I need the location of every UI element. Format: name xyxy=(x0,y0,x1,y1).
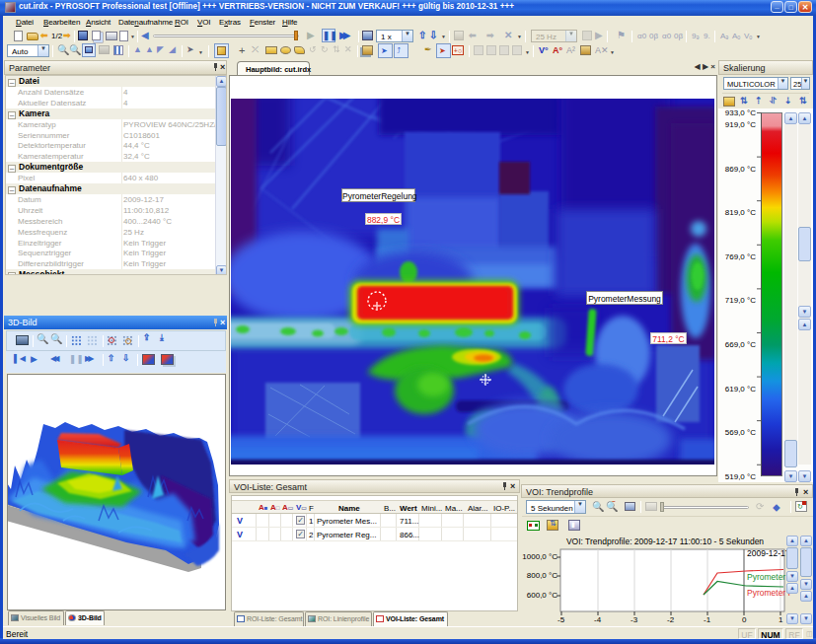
svg-text:2009-12-17: 2009-12-17 xyxy=(747,548,790,558)
svg-text:Pyrometer I: Pyrometer I xyxy=(747,572,790,582)
svg-text:Pyrometer I: Pyrometer I xyxy=(747,588,790,598)
